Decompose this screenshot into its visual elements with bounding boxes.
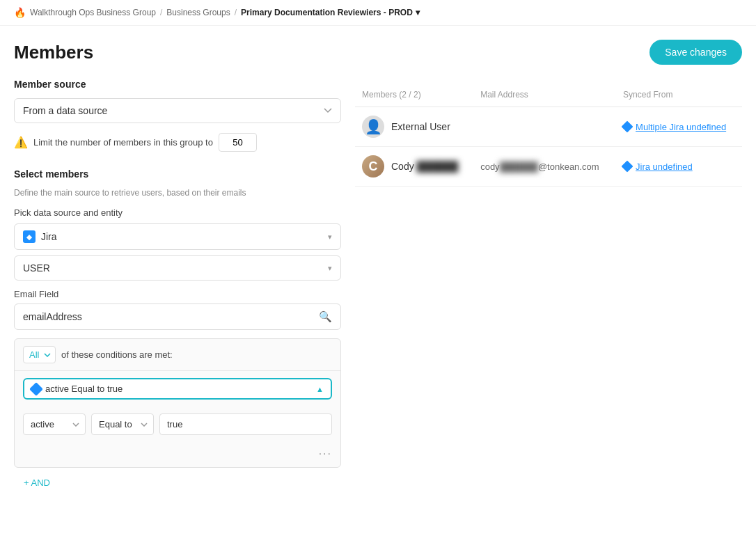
email-field-row: emailAddress 🔍 — [14, 303, 341, 330]
member-name-blurred: ██████ — [417, 161, 459, 172]
entity-chevron-icon: ▾ — [328, 264, 332, 273]
page-title: Members — [14, 42, 93, 63]
and-button[interactable]: + AND — [14, 472, 60, 494]
condition-pill-left: active Equal to true — [31, 384, 123, 394]
condition-value-input[interactable] — [159, 413, 332, 435]
col-synced: Synced From — [616, 86, 742, 107]
breadcrumb: 🔥 Walkthrough Ops Business Group / Busin… — [0, 0, 756, 26]
entity-user-row[interactable]: USER ▾ — [14, 255, 341, 281]
jira-icon: ◆ — [23, 230, 36, 243]
email-field-value: emailAddress — [23, 311, 319, 322]
conditions-header: All of these conditions are met: — [15, 339, 340, 371]
member-source-select[interactable]: From a data source Manual — [14, 98, 341, 123]
entity-name: USER — [23, 262, 328, 274]
conditions-block: All of these conditions are met: active … — [14, 338, 341, 468]
jira-synced-diamond-icon — [622, 121, 633, 133]
breadcrumb-sep-1: / — [160, 8, 162, 17]
breadcrumb-business-groups[interactable]: Business Groups — [166, 8, 230, 17]
synced-link-external[interactable]: Multiple Jira undefined — [636, 122, 726, 132]
select-members-label: Select members — [14, 168, 341, 180]
jira-synced-diamond-icon-2 — [622, 161, 633, 173]
synced-source-cody: Jira undefined — [623, 161, 735, 172]
condition-field-select[interactable]: active — [23, 413, 86, 435]
member-email-external — [473, 107, 616, 147]
right-panel: Members (2 / 2) Mail Address Synced From… — [355, 79, 742, 494]
conditions-footer: ··· — [15, 443, 340, 467]
warning-icon: ⚠️ — [14, 136, 28, 149]
synced-source-external: Multiple Jira undefined — [623, 122, 735, 132]
breadcrumb-home[interactable]: Walkthrough Ops Business Group — [30, 8, 156, 17]
condition-pill[interactable]: active Equal to true ▲ — [23, 378, 332, 400]
conditions-all-select[interactable]: All — [23, 346, 56, 363]
email-field-label: Email Field — [14, 289, 341, 299]
member-row-cody: C Cody ██████ — [362, 155, 466, 178]
member-name-cody: Cody ██████ — [391, 161, 458, 172]
page-header: Members Save changes — [0, 26, 756, 72]
condition-collapse-icon[interactable]: ▲ — [316, 385, 324, 393]
limit-input[interactable] — [219, 133, 257, 152]
col-mail: Mail Address — [473, 86, 616, 107]
jira-diamond-icon — [29, 382, 43, 396]
member-row-external: 👤 External User — [362, 116, 466, 138]
col-members: Members (2 / 2) — [355, 86, 473, 107]
member-source-label: Member source — [14, 79, 341, 90]
condition-editor: active Equal to — [15, 407, 340, 443]
synced-link-cody[interactable]: Jira undefined — [636, 161, 693, 172]
table-row: C Cody ██████ cody██████@tonkean.com Jir… — [355, 147, 742, 187]
member-email-cody: cody██████@tonkean.com — [480, 161, 599, 172]
table-row: 👤 External User Multiple Jira undefined — [355, 107, 742, 147]
conditions-ellipsis-button[interactable]: ··· — [319, 448, 332, 460]
members-table: Members (2 / 2) Mail Address Synced From… — [355, 86, 742, 187]
avatar-external: 👤 — [362, 116, 384, 138]
member-name-external: External User — [391, 121, 450, 132]
condition-operator-select[interactable]: Equal to — [91, 413, 154, 435]
conditions-text: of these conditions are met: — [61, 349, 173, 360]
save-changes-button[interactable]: Save changes — [649, 40, 742, 65]
chevron-down-icon[interactable]: ▾ — [416, 8, 420, 17]
pick-datasource-label: Pick data source and entity — [14, 207, 341, 218]
limit-text: Limit the number of members in this grou… — [33, 137, 213, 148]
datasource-jira-row[interactable]: ◆ Jira ▾ — [14, 223, 341, 250]
condition-pill-text: active Equal to true — [45, 384, 123, 394]
jira-chevron-icon: ▾ — [328, 232, 332, 242]
breadcrumb-sep-2: / — [235, 8, 237, 17]
main-layout: Member source From a data source Manual … — [0, 72, 756, 500]
breadcrumb-current: Primary Documentation Reviewiers - PROD … — [241, 8, 420, 17]
datasource-name: Jira — [41, 231, 328, 242]
limit-row: ⚠️ Limit the number of members in this g… — [14, 133, 341, 152]
email-field-search-button[interactable]: 🔍 — [319, 310, 332, 323]
left-panel: Member source From a data source Manual … — [14, 79, 341, 494]
avatar-cody: C — [362, 155, 384, 178]
select-members-description: Define the main source to retrieve users… — [14, 188, 341, 198]
person-icon: 👤 — [365, 118, 382, 135]
flame-icon: 🔥 — [14, 7, 26, 18]
